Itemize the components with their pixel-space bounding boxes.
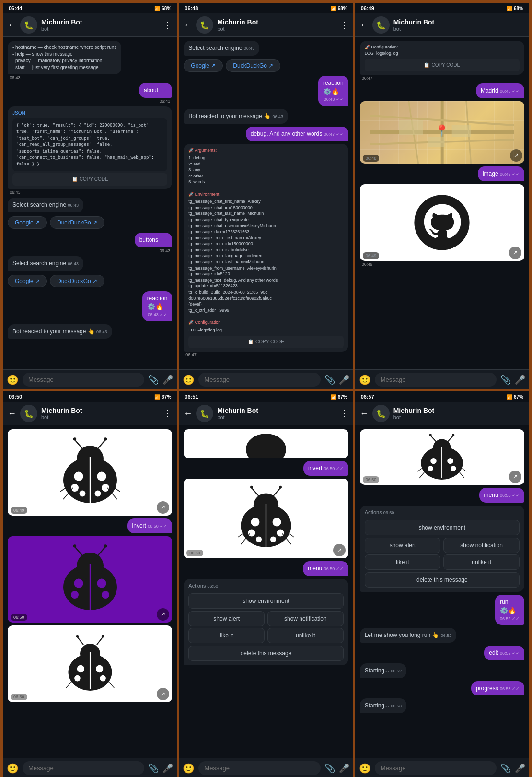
wifi-icon-5: 📶 [331,394,336,400]
svg-point-73 [431,458,437,464]
phone-4: 06:50 📶 67% ← 🐛 Michurin Bot bot ⋮ [2,390,178,777]
attach-button-6[interactable]: 📎 [500,763,511,774]
emoji-button-5[interactable]: 🙂 [183,763,195,774]
timestamp: 06:43 [158,248,173,253]
msg-row: 06:50 ↗ [360,429,524,485]
more-button-6[interactable]: ⋮ [516,408,524,419]
msg-row: run ⚙️🔥 06:52 ✓✓ [360,595,524,625]
back-button-4[interactable]: ← [8,409,16,419]
time-4: 06:50 [9,394,22,400]
bubble: menu 06:50 ✓✓ [303,561,348,576]
delete-message-button-p6[interactable]: delete this message [365,572,520,588]
ladybug-share-3[interactable]: ↗ [157,688,169,700]
message-input-6[interactable] [375,761,497,775]
time-1: 06:44 [9,5,22,11]
ladybug-share-4[interactable]: ↗ [333,544,346,556]
avatar-1: 🐛 [20,16,37,34]
attach-button-3[interactable]: 📎 [500,375,511,385]
ladybug-share-p6[interactable]: ↗ [509,471,521,483]
duckduckgo-button-2[interactable]: DuckDuckGo ↗ [50,275,104,287]
mic-button-4[interactable]: 🎤 [162,763,173,774]
svg-point-14 [74,471,83,481]
copy-code-btn-p3[interactable]: 📋 COPY CODE [365,59,520,71]
code-block: { "ok": true, "result": { "id": 22000000… [12,118,167,172]
github-share[interactable]: ↗ [509,247,521,259]
phone-2: 06:48 📶 68% ← 🐛 Michurin Bot bot ⋮ Selec… [178,2,354,390]
attach-button-5[interactable]: 📎 [324,763,335,774]
back-button-5[interactable]: ← [184,409,192,419]
emoji-button-2[interactable]: 🙂 [183,374,195,386]
map-time: 06:48 [363,155,380,162]
back-button-1[interactable]: ← [8,20,16,30]
bubble: buttons ✓✓ [135,233,173,247]
back-button-3[interactable]: ← [360,20,369,30]
message-input-3[interactable] [375,373,497,387]
delete-message-button[interactable]: delete this message [188,646,343,661]
ladybug-share-2[interactable]: ↗ [157,608,169,621]
ladybug-p6 [360,429,524,485]
alert-notification-row-p6: show alert show notification [365,538,520,553]
mic-button-5[interactable]: 🎤 [339,763,349,774]
avatar-4: 🐛 [20,405,37,422]
google-button[interactable]: Google ↗ [8,216,47,229]
google-button-2[interactable]: Google ↗ [8,275,47,287]
duckduckgo-button[interactable]: DuckDuckGo ↗ [50,216,104,229]
bubble: Bot reacted to your message 👆 06:43 [184,109,288,124]
emoji-button-3[interactable]: 🙂 [359,374,371,386]
show-alert-button-p6[interactable]: show alert [365,538,441,553]
copy-code-button[interactable]: 📋 COPY CODE [12,173,167,186]
attach-button-4[interactable]: 📎 [148,763,159,774]
timestamp: 06:43 [158,99,173,104]
emoji-button-1[interactable]: 🙂 [7,374,19,386]
svg-line-50 [66,679,74,688]
show-notification-button[interactable]: show notification [267,611,344,626]
more-button-3[interactable]: ⋮ [516,20,524,30]
message-input-4[interactable] [23,761,144,775]
unlike-it-button[interactable]: unlike it [267,628,344,643]
emoji-button-4[interactable]: 🙂 [7,763,19,774]
google-btn-p2[interactable]: Google ↗ [184,59,223,72]
mic-button-6[interactable]: 🎤 [515,763,525,774]
status-bar-4: 06:50 📶 67% [3,391,177,402]
bot-name-1: Michurin Bot [41,18,160,26]
duckduckgo-btn-p2[interactable]: DuckDuckGo ↗ [226,59,280,72]
message-input-5[interactable] [198,761,320,775]
emoji-button-6[interactable]: 🙂 [359,763,371,774]
more-button-2[interactable]: ⋮ [340,20,348,30]
bot-sub-5: bot [217,414,335,420]
msg-row: 06:50 ↗ [8,536,172,623]
mic-button-2[interactable]: 🎤 [339,375,349,385]
show-notification-button-p6[interactable]: show notification [443,538,520,553]
svg-point-76 [451,466,456,471]
message-input-1[interactable] [23,373,144,387]
like-it-button[interactable]: like it [188,628,265,643]
more-button-5[interactable]: ⋮ [340,408,348,419]
more-button-4[interactable]: ⋮ [163,408,172,419]
like-it-button-p6[interactable]: like it [365,554,441,570]
mic-button-1[interactable]: 🎤 [162,375,173,385]
message-input-2[interactable] [198,373,320,387]
more-button-1[interactable]: ⋮ [163,20,172,30]
msg-row: Let me show you long run 👆 06:52 [360,628,524,643]
wifi-icon-6: 📶 [507,394,512,400]
attach-button-1[interactable]: 📎 [148,375,159,385]
show-environment-button[interactable]: show environment [188,593,343,609]
show-alert-button[interactable]: show alert [188,611,265,626]
copy-label: COPY CODE [80,176,108,183]
status-icons-4: 📶 67% [154,394,171,400]
svg-point-19 [94,491,101,497]
back-button-6[interactable]: ← [360,409,369,419]
copy-code-btn-p2[interactable]: 📋 COPY CODE [188,336,343,348]
chat-area-3: 🚀 Configuration:LOG=logs/log.log 📋 COPY … [355,37,529,369]
attach-button-2[interactable]: 📎 [324,375,335,385]
mic-button-3[interactable]: 🎤 [515,375,525,385]
back-button-2[interactable]: ← [184,20,192,30]
status-bar-1: 06:44 📶 68% [3,3,177,13]
unlike-it-button-p6[interactable]: unlike it [443,554,520,570]
bot-sub-2: bot [217,26,335,32]
ladybug-p6-container: 06:50 ↗ [360,429,524,485]
share-icon[interactable]: ↗ [510,149,522,162]
msg-row: Select search engine 06:43 [8,198,172,212]
show-environment-button-p6[interactable]: show environment [365,520,520,535]
msg-row: progress 06:53 ✓✓ [360,681,524,696]
